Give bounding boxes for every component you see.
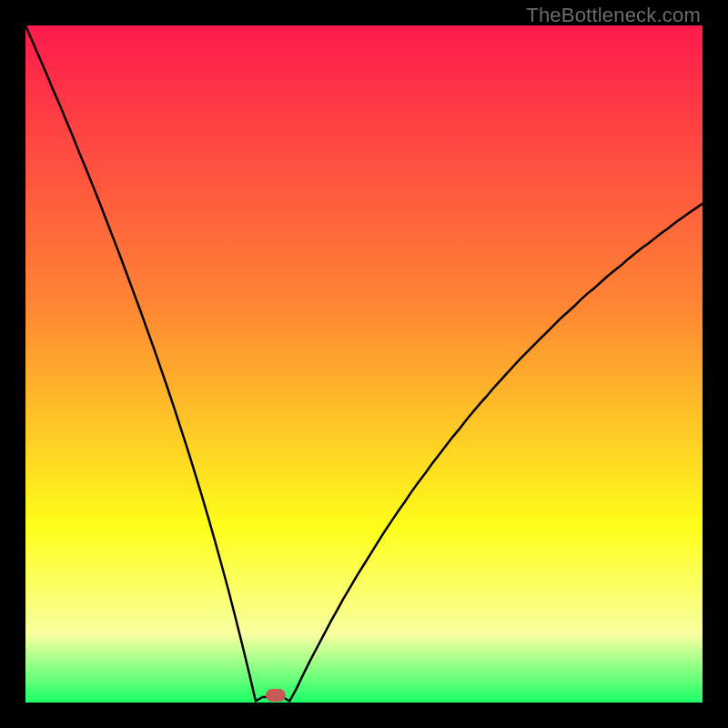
chart-frame: TheBottleneck.com xyxy=(0,0,728,728)
optimal-point-marker xyxy=(266,689,286,702)
bottleneck-curve xyxy=(25,25,703,703)
watermark-text: TheBottleneck.com xyxy=(526,4,701,27)
plot-area xyxy=(25,25,703,703)
